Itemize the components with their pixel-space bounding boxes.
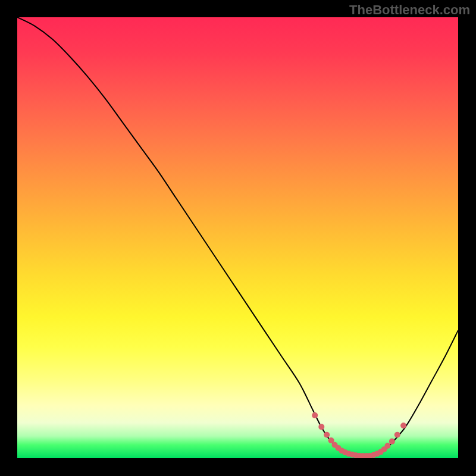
flat-zone-dot <box>389 439 395 444</box>
flat-zone-dots <box>312 412 406 458</box>
flat-zone-dot <box>312 412 318 418</box>
bottleneck-curve-line <box>17 17 458 456</box>
flat-zone-dot <box>324 432 330 438</box>
flat-zone-dot <box>400 422 406 428</box>
chart-svg <box>17 17 458 458</box>
flat-zone-dot <box>384 443 390 449</box>
chart-plot-area <box>17 17 458 458</box>
watermark-text: TheBottleneck.com <box>349 2 470 18</box>
flat-zone-dot <box>394 432 400 438</box>
flat-zone-dot <box>318 424 324 430</box>
